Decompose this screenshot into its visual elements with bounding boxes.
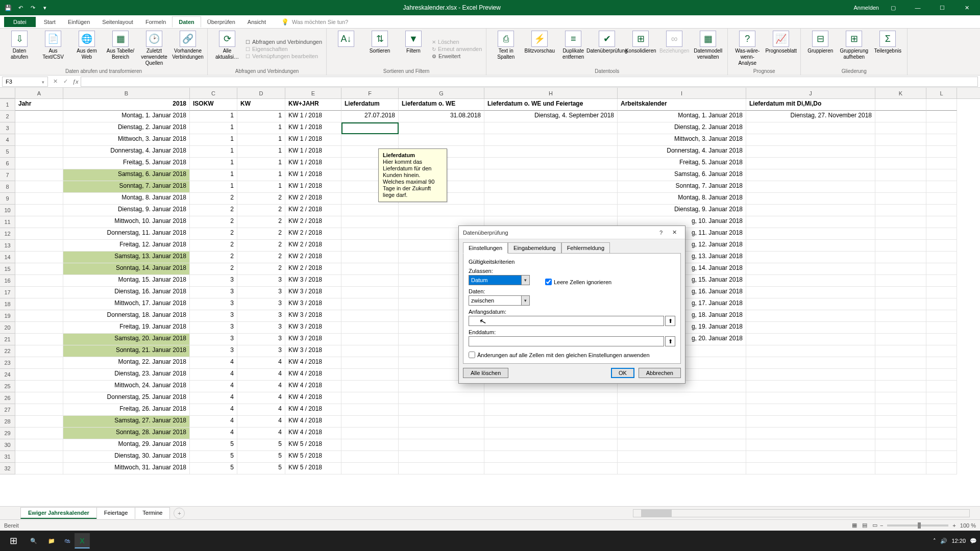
flashfill-button[interactable]: ⚡Blitzvorschau <box>524 31 555 67</box>
cell[interactable]: 4 <box>237 357 285 369</box>
tab-formeln[interactable]: Formeln <box>139 17 172 27</box>
sort-az-button[interactable]: A↓ <box>331 31 361 67</box>
cell[interactable] <box>926 357 957 369</box>
cell[interactable] <box>15 287 63 298</box>
cell[interactable]: 2 <box>237 263 285 275</box>
cell[interactable] <box>399 122 484 134</box>
ignore-blank-checkbox[interactable]: Leere Zellen ignorieren <box>545 279 611 285</box>
cell[interactable]: 1 <box>237 181 285 193</box>
cell[interactable] <box>15 240 63 252</box>
relationships-button[interactable]: ∞Beziehungen <box>659 31 690 67</box>
cell[interactable] <box>746 369 875 381</box>
cell[interactable] <box>341 298 399 310</box>
group-button[interactable]: ⊟Gruppieren <box>805 31 836 67</box>
help-icon[interactable]: ? <box>654 226 668 239</box>
formula-input[interactable] <box>81 77 978 87</box>
cell[interactable]: Donnerstag, 4. Januar 2018 <box>63 146 190 158</box>
minimize-icon[interactable]: — <box>908 0 928 15</box>
cell[interactable] <box>746 146 875 158</box>
cell[interactable]: 4 <box>190 392 237 404</box>
cell[interactable]: Montag, 1. Januar 2018 <box>63 111 190 122</box>
cell[interactable]: Samstag, 27. Januar 2018 <box>63 416 190 428</box>
cell[interactable] <box>746 334 875 345</box>
row-header[interactable]: 4 <box>0 134 15 146</box>
cell[interactable]: 4 <box>190 381 237 392</box>
row-header[interactable]: 20 <box>0 322 15 334</box>
clear-all-button[interactable]: Alle löschen <box>463 368 508 378</box>
cell[interactable] <box>341 228 399 240</box>
cell[interactable]: 2 <box>190 240 237 252</box>
cell[interactable] <box>926 99 957 111</box>
cell[interactable] <box>875 193 926 205</box>
cell[interactable]: Mittwoch, 24. Januar 2018 <box>63 381 190 392</box>
cell[interactable] <box>399 205 484 216</box>
cell[interactable] <box>341 463 399 474</box>
cell[interactable] <box>15 111 63 122</box>
cell[interactable]: Dienstag, 16. Januar 2018 <box>63 287 190 298</box>
data-model-button[interactable]: ▦Datenmodell verwalten <box>693 31 723 67</box>
cell[interactable] <box>746 134 875 146</box>
cell[interactable]: Dienstag, 2. Januar 2018 <box>63 122 190 134</box>
cell[interactable]: 4 <box>237 369 285 381</box>
row-header[interactable]: 11 <box>0 216 15 228</box>
cell[interactable]: 5 <box>190 439 237 451</box>
cell[interactable]: Sonntag, 14. Januar 2018 <box>63 263 190 275</box>
row-header[interactable]: 17 <box>0 287 15 298</box>
ok-button[interactable]: OK <box>611 368 634 378</box>
cell[interactable]: 2 <box>237 252 285 263</box>
row-header[interactable]: 26 <box>0 392 15 404</box>
end-date-input[interactable] <box>469 336 664 346</box>
signin-link[interactable]: Anmelden <box>853 5 879 11</box>
cell[interactable]: Sonntag, 21. Januar 2018 <box>63 345 190 357</box>
cell[interactable] <box>341 334 399 345</box>
cell[interactable]: Donnerstag, 25. Januar 2018 <box>63 392 190 404</box>
cell[interactable]: 27.07.2018 <box>341 111 399 122</box>
cell[interactable]: Donnerstag, 11. Januar 2018 <box>63 228 190 240</box>
cell[interactable]: Dienstag, 30. Januar 2018 <box>63 451 190 463</box>
cell[interactable]: 5 <box>237 463 285 474</box>
tab-error-alert[interactable]: Fehlermeldung <box>561 242 610 254</box>
row-header[interactable]: 6 <box>0 158 15 169</box>
cell[interactable] <box>484 158 618 169</box>
cell[interactable] <box>341 216 399 228</box>
col-header[interactable]: L <box>926 88 957 98</box>
apply-same-checkbox[interactable]: Änderungen auf alle Zellen mit den gleic… <box>469 352 675 358</box>
cell[interactable] <box>15 310 63 322</box>
advanced-filter[interactable]: ⚙ Erweitert <box>432 53 482 59</box>
whatif-button[interactable]: ?Was-wäre-wenn-Analyse <box>732 31 763 67</box>
cell[interactable] <box>484 134 618 146</box>
cell[interactable] <box>746 404 875 416</box>
row-header[interactable]: 13 <box>0 240 15 252</box>
cell[interactable]: Dienstag, 23. Januar 2018 <box>63 369 190 381</box>
cell[interactable] <box>875 122 926 134</box>
cell[interactable] <box>15 416 63 428</box>
row-header[interactable]: 8 <box>0 181 15 193</box>
cell[interactable] <box>926 193 957 205</box>
cell[interactable]: Jahr <box>15 99 63 111</box>
cell[interactable]: Samstag, 6. Januar 2018 <box>618 169 746 181</box>
cell[interactable] <box>875 345 926 357</box>
cell[interactable]: Samstag, 13. Januar 2018 <box>63 252 190 263</box>
cell[interactable] <box>875 322 926 334</box>
cell[interactable] <box>875 99 926 111</box>
cell[interactable] <box>15 322 63 334</box>
cell[interactable]: 3 <box>190 298 237 310</box>
zoom-in-icon[interactable]: + <box>952 522 955 529</box>
tab-start[interactable]: Start <box>38 17 62 27</box>
col-header[interactable]: A <box>15 88 63 98</box>
cell[interactable]: 4 <box>237 381 285 392</box>
row-header[interactable]: 14 <box>0 252 15 263</box>
cell[interactable]: 2018 <box>63 99 190 111</box>
cell[interactable]: Lieferdatum mit Di,Mi,Do <box>746 99 875 111</box>
row-header[interactable]: 31 <box>0 451 15 463</box>
cell[interactable]: KW 5 / 2018 <box>285 451 341 463</box>
cell[interactable]: Dienstag, 2. Januar 2018 <box>618 122 746 134</box>
maximize-icon[interactable]: ☐ <box>932 0 952 15</box>
row-header[interactable]: 18 <box>0 298 15 310</box>
ungroup-button[interactable]: ⊞Gruppierung aufheben <box>839 31 869 67</box>
col-header[interactable]: K <box>875 88 926 98</box>
worksheet[interactable]: A B C D E F G H I J K L 1 Jahr 2018 ISOK… <box>0 88 980 506</box>
cell[interactable] <box>341 275 399 287</box>
cell[interactable] <box>341 134 399 146</box>
cell[interactable] <box>746 263 875 275</box>
